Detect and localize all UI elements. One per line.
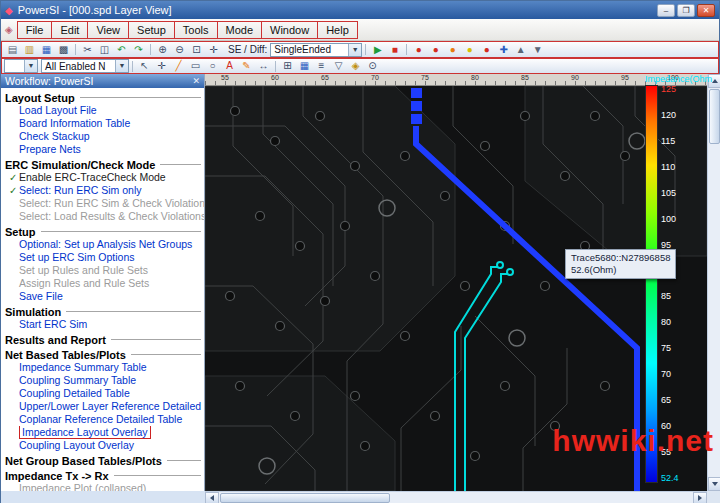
menu-window[interactable]: Window (261, 21, 318, 39)
workflow-item-select-run-erc-sim-only[interactable]: ✓Select: Run ERC Sim only (5, 184, 204, 197)
minimize-button[interactable]: – (657, 4, 675, 17)
workflow-item-start-erc-sim[interactable]: Start ERC Sim (5, 318, 204, 331)
print-icon[interactable]: ▩ (55, 43, 72, 57)
workflow-item-setup-erc-sim-options[interactable]: Set up ERC Sim Options (5, 251, 204, 264)
marker-orange-icon[interactable]: ● (444, 43, 461, 57)
grid-toggle-icon[interactable]: ⊞ (279, 59, 296, 73)
workflow-item-coupling-detailed-table[interactable]: Coupling Detailed Table (5, 387, 204, 400)
layer-view-canvas[interactable]: 55 60 65 70 75 80 85 90 95 100 (205, 74, 720, 491)
marker-red-icon[interactable]: ● (478, 43, 495, 57)
new-file-icon[interactable]: ▤ (4, 43, 21, 57)
workflow-item-prepare-nets[interactable]: Prepare Nets (5, 143, 204, 156)
marker-yellow-icon[interactable]: ● (461, 43, 478, 57)
run-simulation-icon[interactable]: ▶ (369, 43, 386, 57)
marker-red-icon[interactable]: ● (427, 43, 444, 57)
menu-mode[interactable]: Mode (217, 21, 263, 39)
menu-view[interactable]: View (87, 21, 129, 39)
menu-edit[interactable]: Edit (51, 21, 88, 39)
draw-rect-icon[interactable]: ▭ (187, 59, 204, 73)
save-file-icon[interactable]: ▦ (38, 43, 55, 57)
measure-icon[interactable]: ↔ (255, 59, 272, 73)
layer-view-icon[interactable]: ▦ (296, 59, 313, 73)
workflow-item-coupling-layout-overlay[interactable]: Coupling Layout Overlay (5, 439, 204, 452)
workflow-panel: Workflow: PowerSI ✕ Layout Setup Load La… (1, 74, 205, 491)
workflow-item-label[interactable]: Coplanar Reference Detailed Table (19, 413, 182, 425)
workflow-item-label[interactable]: Coupling Layout Overlay (19, 439, 134, 451)
zoom-in-icon[interactable]: ⊕ (154, 43, 171, 57)
nets-filter-select[interactable]: All Enabled N ▼ (41, 59, 129, 73)
workflow-item-coplanar-reference[interactable]: Coplanar Reference Detailed Table (5, 413, 204, 426)
workflow-item-label[interactable]: Enable ERC-TraceCheck Mode (19, 171, 166, 183)
workflow-item-enable-erc-tracecheck[interactable]: ✓Enable ERC-TraceCheck Mode (5, 171, 204, 184)
net-list-icon[interactable]: ≡ (313, 59, 330, 73)
panel-close-icon[interactable]: ✕ (192, 76, 200, 86)
ruler-tick-label: 65 (321, 74, 329, 81)
workflow-item-label[interactable]: Impedance Layout Overlay (19, 426, 151, 439)
text-tool-icon[interactable]: A (221, 59, 238, 73)
maximize-button[interactable]: ❐ (677, 4, 695, 17)
workflow-item-label[interactable]: Optional: Set up Analysis Net Groups (19, 238, 192, 250)
view-select[interactable]: ▼ (4, 59, 38, 73)
menu-tools[interactable]: Tools (174, 21, 218, 39)
menu-help[interactable]: Help (317, 21, 358, 39)
scroll-right-button[interactable] (693, 492, 707, 503)
open-file-icon[interactable]: ▥ (21, 43, 38, 57)
workflow-item-check-stackup[interactable]: Check Stackup (5, 130, 204, 143)
close-button[interactable]: ✕ (697, 4, 715, 17)
workflow-item-impedance-summary-table[interactable]: Impedance Summary Table (5, 361, 204, 374)
marker-red-icon[interactable]: ● (410, 43, 427, 57)
select-arrow-icon[interactable]: ↖ (136, 59, 153, 73)
workflow-item-label[interactable]: Save File (19, 290, 63, 302)
workflow-item-label[interactable]: Prepare Nets (19, 143, 81, 155)
workflow-item-upper-lower-reference[interactable]: Upper/Lower Layer Reference Detailed (5, 400, 204, 413)
stop-simulation-icon[interactable]: ■ (386, 43, 403, 57)
workflow-item-setup-rules: Set up Rules and Rule Sets (5, 264, 204, 277)
workflow-item-label[interactable]: Set up ERC Sim Options (19, 251, 135, 263)
vertical-scroll-thumb[interactable] (709, 89, 720, 144)
workflow-item-setup-net-groups[interactable]: Optional: Set up Analysis Net Groups (5, 238, 204, 251)
layer-down-icon[interactable]: ▼ (529, 43, 546, 57)
highlighted-trace-via-stack[interactable] (411, 88, 422, 124)
layer-up-icon[interactable]: ▲ (512, 43, 529, 57)
workflow-item-label[interactable]: Coupling Summary Table (19, 374, 136, 386)
scroll-left-button[interactable] (205, 492, 219, 503)
undo-icon[interactable]: ↶ (113, 43, 130, 57)
scroll-down-button[interactable] (708, 477, 720, 491)
workflow-item-label[interactable]: Upper/Lower Layer Reference Detailed (19, 400, 201, 412)
workflow-item-label[interactable]: Start ERC Sim (19, 318, 87, 330)
workflow-item-board-information-table[interactable]: Board Information Table (5, 117, 204, 130)
move-tool-icon[interactable]: ✛ (153, 59, 170, 73)
workflow-item-label[interactable]: Impedance Summary Table (19, 361, 147, 373)
horizontal-scrollbar[interactable] (205, 491, 707, 503)
flip-view-icon[interactable]: ▽ (330, 59, 347, 73)
zoom-fit-icon[interactable]: ⊡ (188, 43, 205, 57)
add-item-icon[interactable]: ✚ (495, 43, 512, 57)
pan-icon[interactable]: ✛ (205, 43, 222, 57)
workflow-item-impedance-layout-overlay[interactable]: Impedance Layout Overlay (5, 426, 204, 439)
draw-line-icon[interactable]: ╱ (170, 59, 187, 73)
edit-pencil-icon[interactable]: ✎ (238, 59, 255, 73)
cut-icon[interactable]: ✂ (79, 43, 96, 57)
workflow-item-label[interactable]: Coupling Detailed Table (19, 387, 130, 399)
chevron-down-icon[interactable]: ▼ (348, 44, 361, 56)
se-diff-select[interactable]: SingleEnded ▼ (270, 43, 362, 57)
workflow-item-label[interactable]: Check Stackup (19, 130, 90, 142)
chevron-down-icon[interactable]: ▼ (24, 60, 37, 72)
resize-corner[interactable] (707, 491, 720, 503)
workflow-item-save-file[interactable]: Save File (5, 290, 204, 303)
target-via-icon[interactable]: ⊙ (364, 59, 381, 73)
workflow-item-label[interactable]: Load Layout File (19, 104, 97, 116)
copy-icon[interactable]: ◫ (96, 43, 113, 57)
menu-file[interactable]: File (17, 21, 53, 39)
workflow-item-label[interactable]: Board Information Table (19, 117, 130, 129)
chevron-down-icon[interactable]: ▼ (115, 60, 128, 72)
draw-circle-icon[interactable]: ○ (204, 59, 221, 73)
workflow-item-load-layout-file[interactable]: Load Layout File (5, 104, 204, 117)
redo-icon[interactable]: ↷ (130, 43, 147, 57)
menu-setup[interactable]: Setup (128, 21, 175, 39)
workflow-item-coupling-summary-table[interactable]: Coupling Summary Table (5, 374, 204, 387)
horizontal-scroll-thumb[interactable] (220, 493, 390, 503)
workflow-item-label[interactable]: Select: Run ERC Sim only (19, 184, 142, 196)
zoom-out-icon[interactable]: ⊖ (171, 43, 188, 57)
highlight-net-icon[interactable]: ◈ (347, 59, 364, 73)
